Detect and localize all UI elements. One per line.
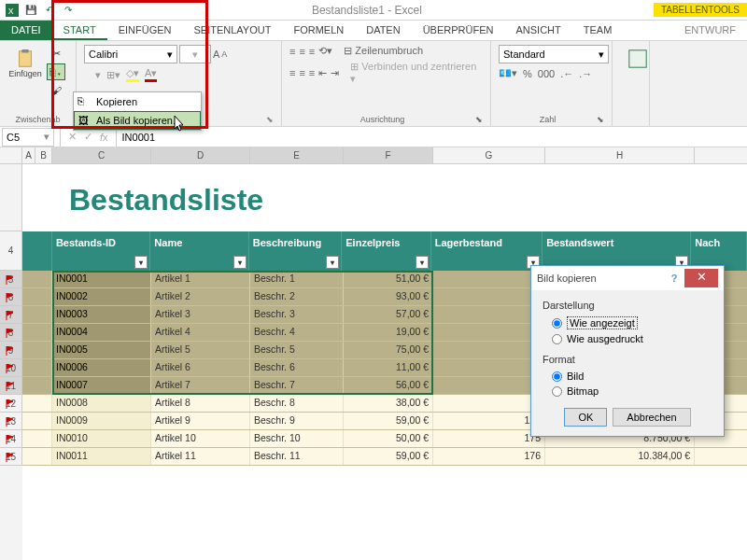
cell[interactable]	[22, 359, 52, 376]
cell[interactable]: Beschr. 7	[250, 377, 344, 394]
cell[interactable]	[433, 288, 545, 305]
cell[interactable]	[433, 271, 545, 287]
cell[interactable]: Beschr. 2	[250, 288, 344, 305]
cell[interactable]	[22, 448, 52, 465]
comma-format-icon[interactable]: 000	[538, 68, 555, 79]
cell[interactable]: 51,00 €	[344, 271, 433, 287]
radio-wie-ausgedruckt[interactable]: Wie ausgedruckt	[543, 331, 712, 346]
tab-start[interactable]: START	[52, 21, 107, 40]
table-row[interactable]: IN0011Artikel 11Beschr. 1159,00 €17610.3…	[22, 448, 747, 466]
cell[interactable]	[22, 288, 52, 305]
radio-wie-angezeigt[interactable]: Wie angezeigt	[543, 315, 712, 331]
align-middle-icon[interactable]: ≡	[299, 46, 304, 57]
column-header-G[interactable]: G	[433, 147, 545, 163]
name-box[interactable]: C5 ▾	[2, 128, 54, 147]
cell[interactable]	[22, 306, 52, 323]
column-header-B[interactable]: B	[35, 147, 52, 163]
decrease-indent-icon[interactable]: ⇤	[318, 67, 327, 79]
cell[interactable]: 93,00 €	[344, 288, 433, 305]
cell[interactable]	[22, 377, 52, 394]
align-left-icon[interactable]: ≡	[289, 67, 295, 78]
cell[interactable]	[22, 430, 52, 447]
tab-ansicht[interactable]: ANSICHT	[504, 21, 571, 40]
cell[interactable]: Beschr. 3	[250, 306, 344, 323]
merge-button[interactable]: ⊞ Verbinden und zentrieren ▾	[350, 61, 483, 85]
cancel-formula-icon[interactable]: ✕	[68, 131, 77, 143]
cell[interactable]: 75,00 €	[344, 342, 433, 358]
increase-decimal-icon[interactable]: .←	[560, 68, 573, 79]
cell[interactable]: Artikel 10	[151, 430, 250, 447]
save-icon[interactable]: 💾	[24, 4, 37, 17]
cell[interactable]: IN0009	[52, 413, 151, 429]
cell[interactable]	[433, 324, 545, 341]
fill-color-icon[interactable]: ◇▾	[126, 67, 139, 82]
number-format-select[interactable]: Standard▾	[499, 45, 609, 63]
cell[interactable]: 19,00 €	[344, 324, 433, 341]
cell[interactable]: 56,00 €	[344, 377, 433, 394]
cell[interactable]: Artikel 1	[151, 271, 250, 287]
cell[interactable]: IN0005	[52, 342, 151, 358]
cell[interactable]	[22, 324, 52, 341]
cell[interactable]: Beschr. 6	[250, 359, 344, 376]
align-center-icon[interactable]: ≡	[299, 67, 304, 78]
cell[interactable]: 59,00 €	[344, 413, 433, 429]
cell[interactable]: 50,00 €	[344, 430, 433, 447]
cell[interactable]: Beschr. 10	[250, 430, 344, 447]
cell[interactable]: Beschr. 5	[250, 342, 344, 358]
column-header-C[interactable]: C	[52, 147, 151, 163]
cell[interactable]	[433, 395, 545, 412]
menu-item-kopieren[interactable]: ⎘ Kopieren	[74, 92, 201, 111]
copy-button[interactable]: ⎘▾	[47, 63, 65, 80]
accounting-format-icon[interactable]: 💶▾	[499, 67, 517, 79]
underline-icon[interactable]: ▾	[95, 69, 101, 81]
format-painter-icon[interactable]: 🖌	[47, 82, 65, 99]
formula-input[interactable]: IN0001	[117, 132, 161, 143]
align-top-icon[interactable]: ≡	[289, 46, 295, 57]
cell[interactable]: Artikel 9	[151, 413, 250, 429]
cell[interactable]: 10.384,00 €	[545, 448, 695, 465]
font-color-icon[interactable]: A▾	[145, 67, 157, 82]
filter-button-preis[interactable]: ▾	[416, 256, 429, 269]
font-group-launcher[interactable]: ⬊	[266, 115, 274, 124]
cell[interactable]: IN0007	[52, 377, 151, 394]
row-header-4[interactable]: 4	[0, 231, 22, 271]
decrease-font-icon[interactable]: A	[221, 49, 227, 59]
font-name-select[interactable]: Calibri▾	[84, 45, 177, 63]
cell[interactable]: IN0010	[52, 430, 151, 447]
cell[interactable]: Artikel 11	[151, 448, 250, 465]
cell[interactable]: IN0006	[52, 359, 151, 376]
dialog-help-button[interactable]: ?	[664, 273, 684, 284]
cell[interactable]: IN0008	[52, 395, 151, 412]
tab-ueberpruefen[interactable]: ÜBERPRÜFEN	[412, 21, 505, 40]
fx-icon[interactable]: fx	[100, 132, 108, 143]
cell[interactable]: IN0004	[52, 324, 151, 341]
tab-formeln[interactable]: FORMELN	[282, 21, 355, 40]
cell[interactable]: 38,00 €	[344, 395, 433, 412]
tab-entwurf[interactable]: ENTWURF	[673, 21, 747, 40]
align-right-icon[interactable]: ≡	[309, 67, 315, 78]
enter-formula-icon[interactable]: ✓	[84, 131, 92, 143]
decrease-decimal-icon[interactable]: .→	[579, 68, 592, 79]
conditional-format-button[interactable]	[620, 45, 655, 101]
filter-button-beschr[interactable]: ▾	[326, 256, 339, 269]
cell[interactable]: 59,00 €	[344, 448, 433, 465]
cut-icon[interactable]: ✂	[47, 45, 65, 62]
cell[interactable]: Artikel 2	[151, 288, 250, 305]
tab-seitenlayout[interactable]: SEITENLAYOUT	[182, 21, 282, 40]
abbrechen-button[interactable]: Abbrechen	[613, 408, 690, 427]
cell[interactable]: 122	[433, 413, 545, 429]
column-header-A[interactable]: A	[22, 147, 35, 163]
dialog-close-button[interactable]: ✕	[684, 269, 718, 287]
cell[interactable]: Beschr. 11	[250, 448, 344, 465]
radio-bitmap[interactable]: Bitmap	[543, 384, 712, 399]
cell[interactable]	[433, 359, 545, 376]
font-size-select[interactable]: ▾	[179, 45, 211, 63]
tab-einfuegen[interactable]: EINFÜGEN	[107, 21, 183, 40]
border-icon[interactable]: ⊞▾	[106, 69, 120, 81]
cell[interactable]: Artikel 5	[151, 342, 250, 358]
cell[interactable]: Beschr. 9	[250, 413, 344, 429]
column-header-E[interactable]: E	[250, 147, 344, 163]
cell[interactable]: Artikel 8	[151, 395, 250, 412]
increase-indent-icon[interactable]: ⇥	[331, 67, 339, 79]
cell[interactable]: IN0011	[52, 448, 151, 465]
